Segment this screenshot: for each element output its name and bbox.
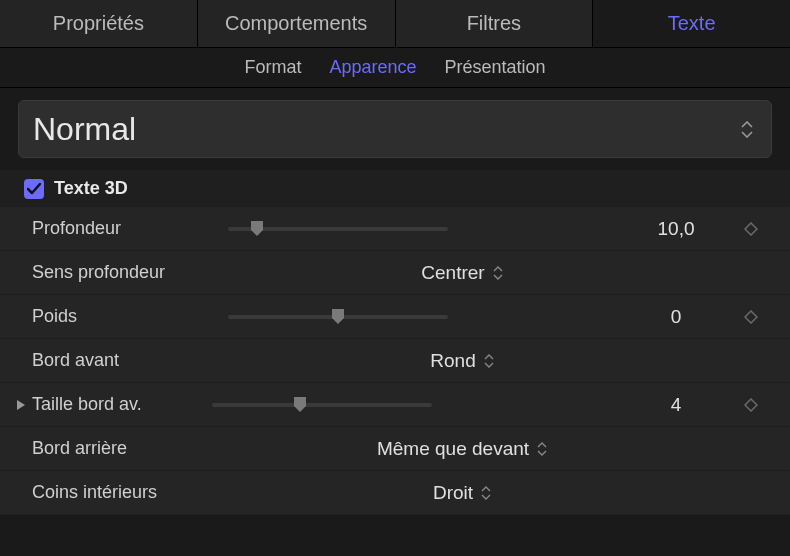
slider-taille-bord[interactable] — [212, 403, 432, 407]
top-tabs: Propriétés Comportements Filtres Texte — [0, 0, 790, 48]
popup-sens-profondeur[interactable]: Centrer — [228, 262, 736, 284]
chevron-up-down-icon — [493, 266, 503, 280]
param-label: Taille bord av. — [32, 394, 212, 415]
preset-popup[interactable]: Normal — [18, 100, 772, 158]
param-poids: Poids 0 — [0, 295, 790, 339]
keyframe-button[interactable] — [736, 310, 766, 324]
keyframe-button[interactable] — [736, 222, 766, 236]
chevron-up-down-icon — [537, 442, 547, 456]
subtab-presentation[interactable]: Présentation — [445, 57, 546, 78]
popup-value: Rond — [430, 350, 475, 372]
slider-thumb[interactable] — [292, 397, 308, 413]
param-label: Profondeur — [32, 218, 228, 239]
disclosure-triangle[interactable] — [16, 399, 32, 411]
section-title: Texte 3D — [54, 178, 128, 199]
value-poids[interactable]: 0 — [616, 306, 736, 328]
param-taille-bord-av: Taille bord av. 4 — [0, 383, 790, 427]
popup-value: Droit — [433, 482, 473, 504]
param-sens-profondeur: Sens profondeur Centrer — [0, 251, 790, 295]
tab-filters[interactable]: Filtres — [396, 0, 594, 47]
params-list: Profondeur 10,0 Sens profondeur Centrer … — [0, 207, 790, 515]
param-label: Poids — [32, 306, 228, 327]
tab-properties[interactable]: Propriétés — [0, 0, 198, 47]
param-bord-avant: Bord avant Rond — [0, 339, 790, 383]
param-coins-interieurs: Coins intérieurs Droit — [0, 471, 790, 515]
chevron-up-down-icon — [484, 354, 494, 368]
popup-coins-interieurs[interactable]: Droit — [228, 482, 736, 504]
section-header-3d-text: Texte 3D — [0, 170, 790, 207]
tab-behaviors[interactable]: Comportements — [198, 0, 396, 47]
keyframe-button[interactable] — [736, 398, 766, 412]
slider-thumb[interactable] — [249, 221, 265, 237]
popup-bord-arriere[interactable]: Même que devant — [228, 438, 736, 460]
sub-tabs: Format Apparence Présentation — [0, 48, 790, 88]
slider-profondeur[interactable] — [228, 227, 448, 231]
param-label: Bord arrière — [32, 438, 228, 459]
checkbox-3d-text[interactable] — [24, 179, 44, 199]
popup-value: Centrer — [421, 262, 484, 284]
param-label: Bord avant — [32, 350, 228, 371]
subtab-appearance[interactable]: Apparence — [329, 57, 416, 78]
value-profondeur[interactable]: 10,0 — [616, 218, 736, 240]
slider-poids[interactable] — [228, 315, 448, 319]
tab-text[interactable]: Texte — [593, 0, 790, 47]
param-profondeur: Profondeur 10,0 — [0, 207, 790, 251]
param-label: Sens profondeur — [32, 262, 228, 283]
preset-label: Normal — [33, 111, 136, 148]
popup-value: Même que devant — [377, 438, 529, 460]
param-bord-arriere: Bord arrière Même que devant — [0, 427, 790, 471]
subtab-format[interactable]: Format — [244, 57, 301, 78]
chevron-up-down-icon — [741, 121, 753, 138]
param-label: Coins intérieurs — [32, 482, 228, 503]
popup-bord-avant[interactable]: Rond — [228, 350, 736, 372]
divider — [0, 515, 790, 519]
value-taille-bord[interactable]: 4 — [616, 394, 736, 416]
slider-thumb[interactable] — [330, 309, 346, 325]
chevron-up-down-icon — [481, 486, 491, 500]
